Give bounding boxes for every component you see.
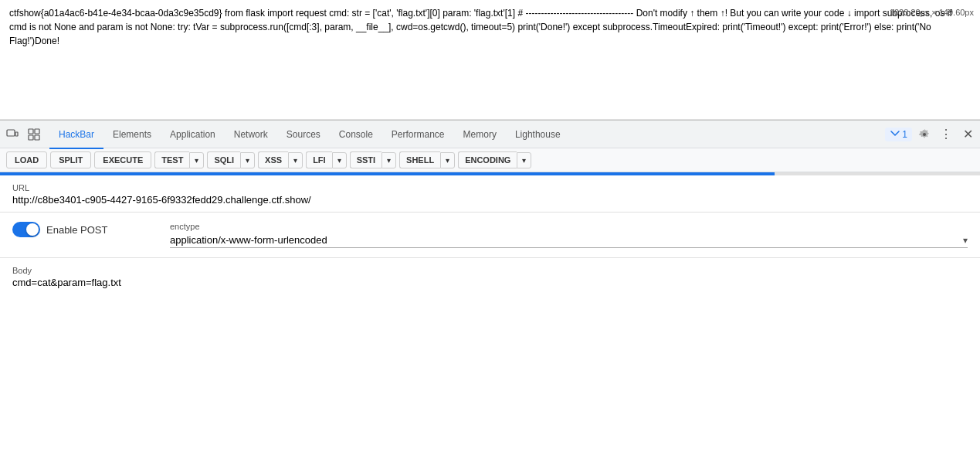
enctype-dropdown-arrow[interactable]: ▾ (963, 235, 968, 246)
sqli-button[interactable]: SQLI (207, 151, 240, 168)
shell-dropdown-arrow[interactable]: ▾ (440, 152, 455, 168)
settings-icon-button[interactable] (915, 125, 934, 144)
xss-button[interactable]: XSS (258, 151, 288, 168)
enctype-section: enctype application/x-www-form-urlencode… (170, 222, 968, 248)
shell-dropdown: SHELL ▾ (399, 151, 455, 168)
sqli-dropdown: SQLI ▾ (207, 151, 255, 168)
url-label: URL (12, 183, 968, 192)
tab-lighthouse[interactable]: Lighthouse (506, 121, 570, 149)
devtools-panel: HackBar Elements Application Network Sou… (0, 120, 980, 296)
xss-dropdown: XSS ▾ (258, 151, 303, 168)
encoding-dropdown-arrow[interactable]: ▾ (517, 152, 531, 168)
tab-network[interactable]: Network (225, 121, 277, 149)
tab-elements[interactable]: Elements (103, 121, 161, 149)
split-button[interactable]: SPLIT (50, 151, 91, 168)
ssti-dropdown: SSTI ▾ (350, 151, 396, 168)
tab-memory[interactable]: Memory (454, 121, 506, 149)
url-section: URL http://c8be3401-c905-4427-9165-6f933… (0, 175, 980, 213)
hackbar-toolbar: LOAD SPLIT EXECUTE TEST ▾ SQLI ▾ XSS ▾ L… (0, 148, 980, 172)
body-value[interactable]: cmd=cat&param=flag.txt (12, 277, 968, 288)
test-button[interactable]: TEST (154, 151, 189, 168)
load-button[interactable]: LOAD (6, 151, 47, 168)
devtools-icons (3, 125, 43, 144)
body-section: Body cmd=cat&param=flag.txt (0, 258, 980, 296)
xss-dropdown-arrow[interactable]: ▾ (288, 152, 303, 168)
shell-button[interactable]: SHELL (399, 151, 440, 168)
tab-application[interactable]: Application (161, 121, 225, 149)
close-devtools-button[interactable]: ✕ (958, 125, 977, 144)
execute-button[interactable]: EXECUTE (94, 151, 151, 168)
page-content: 1023.20px × 149.60px ctfshow{a01a4ac6-b4… (0, 0, 980, 120)
lfi-button[interactable]: LFI (306, 151, 332, 168)
enable-post-label: Enable POST (46, 224, 108, 236)
devtools-right-controls: 1 ⋮ ✕ (885, 125, 977, 144)
test-dropdown-arrow[interactable]: ▾ (189, 152, 204, 168)
ssti-dropdown-arrow[interactable]: ▾ (381, 152, 396, 168)
dimensions-badge: 1023.20px × 149.60px (890, 6, 974, 19)
inspect-icon[interactable] (25, 125, 43, 144)
enable-post-toggle-row: Enable POST (12, 222, 151, 237)
tab-sources[interactable]: Sources (277, 121, 330, 149)
sqli-dropdown-arrow[interactable]: ▾ (240, 152, 255, 168)
enctype-select-row[interactable]: application/x-www-form-urlencoded ▾ (170, 234, 968, 248)
body-label: Body (12, 266, 968, 275)
enctype-value: application/x-www-form-urlencoded (170, 234, 963, 246)
svg-rect-5 (35, 135, 39, 140)
svg-rect-0 (7, 130, 15, 136)
lfi-dropdown: LFI ▾ (306, 151, 347, 168)
svg-rect-3 (35, 129, 39, 134)
test-dropdown: TEST ▾ (154, 151, 204, 168)
svg-rect-1 (15, 132, 18, 136)
tab-performance[interactable]: Performance (382, 121, 454, 149)
devices-icon[interactable] (3, 125, 22, 144)
url-value[interactable]: http://c8be3401-c905-4427-9165-6f9332fed… (12, 194, 968, 206)
lfi-dropdown-arrow[interactable]: ▾ (332, 152, 347, 168)
post-section: Enable POST enctype application/x-www-fo… (0, 213, 980, 258)
tab-console[interactable]: Console (330, 121, 382, 149)
svg-rect-2 (29, 129, 33, 134)
tab-hackbar[interactable]: HackBar (49, 121, 103, 149)
svg-rect-4 (29, 135, 33, 140)
ssti-button[interactable]: SSTI (350, 151, 381, 168)
enable-post-toggle[interactable] (12, 222, 40, 237)
page-text: ctfshow{a01a4ac6-b41e-4e34-bcaa-0da3c9e3… (9, 8, 952, 46)
encoding-button[interactable]: ENCODING (458, 151, 517, 168)
hackbar-panel: URL http://c8be3401-c905-4427-9165-6f933… (0, 175, 980, 296)
devtools-tab-bar: HackBar Elements Application Network Sou… (0, 121, 980, 148)
encoding-dropdown: ENCODING ▾ (458, 151, 531, 168)
more-options-button[interactable]: ⋮ (937, 125, 955, 144)
console-badge-button[interactable]: 1 (885, 128, 912, 141)
toggle-knob (26, 223, 39, 236)
enctype-label: enctype (170, 222, 968, 231)
